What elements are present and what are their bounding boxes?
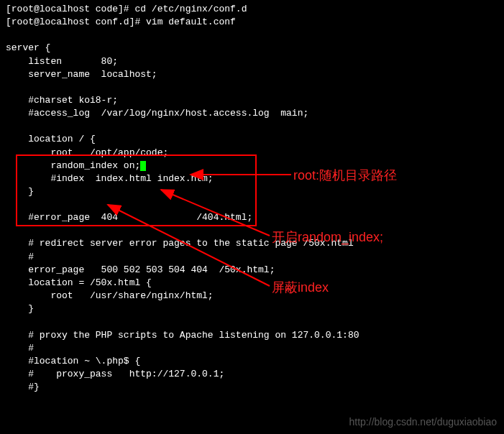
shell-prompt: [root@localhost conf.d]# bbox=[6, 17, 146, 27]
config-line: #charset koi8-r; bbox=[6, 94, 498, 107]
config-line: location = /50x.html { bbox=[6, 277, 498, 290]
config-line: random_index on; bbox=[6, 160, 498, 172]
config-line: # redirect server error pages to the sta… bbox=[6, 237, 498, 250]
config-line: listen 80; bbox=[6, 55, 498, 68]
shell-prompt: [root@localhost code]# bbox=[6, 4, 134, 14]
config-line: #} bbox=[6, 381, 498, 394]
config-line: #index index.html index.htm; bbox=[6, 172, 498, 185]
config-line: server { bbox=[6, 42, 498, 55]
prompt-line: [root@localhost conf.d]# vim default.con… bbox=[6, 16, 498, 29]
config-text: random_index on; bbox=[6, 160, 140, 171]
config-line: } bbox=[6, 185, 498, 198]
config-line: #location ~ \.php$ { bbox=[6, 355, 498, 368]
config-line: # proxy_pass http://127.0.0.1; bbox=[6, 368, 498, 381]
config-line bbox=[6, 316, 498, 329]
config-line: root /opt/app/code; bbox=[6, 147, 498, 160]
blank-line bbox=[6, 29, 498, 42]
config-line: root /usr/share/nginx/html; bbox=[6, 290, 498, 303]
config-line bbox=[6, 198, 498, 211]
config-line bbox=[6, 120, 498, 133]
config-line bbox=[6, 81, 498, 94]
config-line bbox=[6, 224, 498, 237]
config-line: error_page 500 502 503 504 404 /50x.html… bbox=[6, 264, 498, 277]
config-line: location / { bbox=[6, 133, 498, 146]
shell-command: vim default.conf bbox=[146, 17, 236, 27]
config-line: # bbox=[6, 251, 498, 264]
cursor-icon bbox=[140, 161, 146, 171]
shell-command: cd /etc/nginx/conf.d bbox=[134, 4, 247, 14]
terminal-output: [root@localhost code]# cd /etc/nginx/con… bbox=[0, 0, 504, 397]
config-line: # bbox=[6, 342, 498, 355]
watermark-text: http://blog.csdn.net/duguxiaobiao bbox=[349, 415, 498, 430]
config-line: server_name localhost; bbox=[6, 68, 498, 81]
config-line: } bbox=[6, 303, 498, 315]
prompt-line: [root@localhost code]# cd /etc/nginx/con… bbox=[6, 3, 498, 16]
config-line: #error_page 404 /404.html; bbox=[6, 211, 498, 224]
config-line: # proxy the PHP scripts to Apache listen… bbox=[6, 329, 498, 342]
config-line: #access_log /var/log/nginx/host.access.l… bbox=[6, 107, 498, 120]
